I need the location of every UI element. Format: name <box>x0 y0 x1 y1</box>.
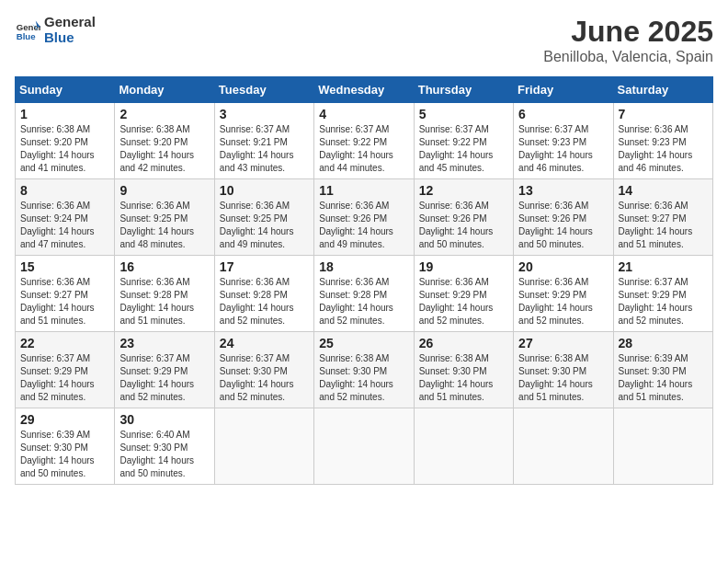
calendar-cell: 2Sunrise: 6:38 AMSunset: 9:20 PMDaylight… <box>115 103 214 179</box>
calendar-cell <box>613 408 712 485</box>
calendar-cell: 21Sunrise: 6:37 AMSunset: 9:29 PMDayligh… <box>613 256 712 332</box>
cell-sun-info: Sunrise: 6:36 AMSunset: 9:26 PMDaylight:… <box>518 200 608 251</box>
calendar-cell: 7Sunrise: 6:36 AMSunset: 9:23 PMDaylight… <box>613 103 712 179</box>
calendar-header-row: Sunday Monday Tuesday Wednesday Thursday… <box>16 77 713 103</box>
cell-sun-info: Sunrise: 6:38 AMSunset: 9:30 PMDaylight:… <box>319 352 408 404</box>
logo-general: General <box>44 15 96 30</box>
calendar-cell <box>214 408 313 485</box>
cell-sun-info: Sunrise: 6:39 AMSunset: 9:30 PMDaylight:… <box>20 429 109 480</box>
calendar-cell: 5Sunrise: 6:37 AMSunset: 9:22 PMDaylight… <box>414 103 513 179</box>
logo-icon: General Blue <box>15 17 40 43</box>
col-saturday: Saturday <box>613 77 712 103</box>
cell-day-number: 15 <box>20 259 109 274</box>
cell-day-number: 18 <box>319 259 408 274</box>
cell-sun-info: Sunrise: 6:36 AMSunset: 9:23 PMDaylight:… <box>619 123 708 175</box>
calendar-cell: 18Sunrise: 6:36 AMSunset: 9:28 PMDayligh… <box>314 256 414 332</box>
calendar-cell: 19Sunrise: 6:36 AMSunset: 9:29 PMDayligh… <box>414 256 513 332</box>
logo-blue: Blue <box>44 30 96 46</box>
calendar-cell: 14Sunrise: 6:36 AMSunset: 9:27 PMDayligh… <box>613 179 712 256</box>
calendar-cell <box>414 408 513 485</box>
cell-sun-info: Sunrise: 6:36 AMSunset: 9:26 PMDaylight:… <box>319 200 408 251</box>
cell-sun-info: Sunrise: 6:36 AMSunset: 9:28 PMDaylight:… <box>119 276 209 327</box>
calendar-cell: 26Sunrise: 6:38 AMSunset: 9:30 PMDayligh… <box>414 332 513 408</box>
calendar-cell: 25Sunrise: 6:38 AMSunset: 9:30 PMDayligh… <box>314 332 414 408</box>
calendar-cell: 13Sunrise: 6:36 AMSunset: 9:26 PMDayligh… <box>514 179 613 256</box>
calendar-week-row: 8Sunrise: 6:36 AMSunset: 9:24 PMDaylight… <box>16 179 713 256</box>
logo: General Blue General Blue <box>15 15 96 45</box>
cell-day-number: 2 <box>119 107 209 121</box>
col-sunday: Sunday <box>16 77 115 103</box>
calendar-cell <box>314 408 414 485</box>
cell-sun-info: Sunrise: 6:37 AMSunset: 9:22 PMDaylight:… <box>419 123 508 175</box>
cell-sun-info: Sunrise: 6:36 AMSunset: 9:25 PMDaylight:… <box>119 200 209 251</box>
cell-sun-info: Sunrise: 6:37 AMSunset: 9:29 PMDaylight:… <box>20 352 109 404</box>
page-title: June 2025 <box>543 15 713 49</box>
cell-sun-info: Sunrise: 6:36 AMSunset: 9:28 PMDaylight:… <box>220 276 309 327</box>
calendar-cell: 6Sunrise: 6:37 AMSunset: 9:23 PMDaylight… <box>514 103 613 179</box>
calendar-cell: 16Sunrise: 6:36 AMSunset: 9:28 PMDayligh… <box>115 256 214 332</box>
cell-sun-info: Sunrise: 6:36 AMSunset: 9:27 PMDaylight:… <box>619 200 708 251</box>
title-area: June 2025 Benilloba, Valencia, Spain <box>543 15 713 65</box>
calendar-week-row: 15Sunrise: 6:36 AMSunset: 9:27 PMDayligh… <box>16 256 713 332</box>
col-tuesday: Tuesday <box>214 77 313 103</box>
cell-day-number: 13 <box>518 183 608 198</box>
cell-day-number: 17 <box>220 259 309 274</box>
col-monday: Monday <box>115 77 214 103</box>
cell-sun-info: Sunrise: 6:37 AMSunset: 9:29 PMDaylight:… <box>619 276 708 327</box>
cell-day-number: 4 <box>319 107 408 121</box>
cell-sun-info: Sunrise: 6:38 AMSunset: 9:30 PMDaylight:… <box>419 352 508 404</box>
calendar-cell: 8Sunrise: 6:36 AMSunset: 9:24 PMDaylight… <box>16 179 115 256</box>
cell-sun-info: Sunrise: 6:38 AMSunset: 9:20 PMDaylight:… <box>119 123 209 175</box>
calendar-cell: 22Sunrise: 6:37 AMSunset: 9:29 PMDayligh… <box>16 332 115 408</box>
col-thursday: Thursday <box>414 77 513 103</box>
col-wednesday: Wednesday <box>314 77 414 103</box>
calendar-cell: 29Sunrise: 6:39 AMSunset: 9:30 PMDayligh… <box>16 408 115 485</box>
cell-day-number: 30 <box>119 412 209 427</box>
cell-day-number: 5 <box>419 107 508 121</box>
cell-sun-info: Sunrise: 6:37 AMSunset: 9:21 PMDaylight:… <box>220 123 309 175</box>
page-subtitle: Benilloba, Valencia, Spain <box>543 49 713 65</box>
cell-day-number: 1 <box>20 107 109 121</box>
calendar-cell <box>514 408 613 485</box>
cell-sun-info: Sunrise: 6:37 AMSunset: 9:22 PMDaylight:… <box>319 123 408 175</box>
calendar-cell: 11Sunrise: 6:36 AMSunset: 9:26 PMDayligh… <box>314 179 414 256</box>
cell-sun-info: Sunrise: 6:36 AMSunset: 9:29 PMDaylight:… <box>518 276 608 327</box>
cell-sun-info: Sunrise: 6:38 AMSunset: 9:30 PMDaylight:… <box>518 352 608 404</box>
cell-sun-info: Sunrise: 6:37 AMSunset: 9:30 PMDaylight:… <box>220 352 309 404</box>
cell-sun-info: Sunrise: 6:37 AMSunset: 9:23 PMDaylight:… <box>518 123 608 175</box>
calendar-cell: 20Sunrise: 6:36 AMSunset: 9:29 PMDayligh… <box>514 256 613 332</box>
cell-day-number: 29 <box>20 412 109 427</box>
calendar-cell: 3Sunrise: 6:37 AMSunset: 9:21 PMDaylight… <box>214 103 313 179</box>
cell-day-number: 8 <box>20 183 109 198</box>
calendar-cell: 4Sunrise: 6:37 AMSunset: 9:22 PMDaylight… <box>314 103 414 179</box>
calendar-table: Sunday Monday Tuesday Wednesday Thursday… <box>15 76 713 485</box>
cell-day-number: 11 <box>319 183 408 198</box>
col-friday: Friday <box>514 77 613 103</box>
cell-day-number: 25 <box>319 336 408 350</box>
calendar-cell: 9Sunrise: 6:36 AMSunset: 9:25 PMDaylight… <box>115 179 214 256</box>
cell-day-number: 12 <box>419 183 508 198</box>
cell-sun-info: Sunrise: 6:40 AMSunset: 9:30 PMDaylight:… <box>119 429 209 480</box>
cell-day-number: 19 <box>419 259 508 274</box>
cell-sun-info: Sunrise: 6:36 AMSunset: 9:24 PMDaylight:… <box>20 200 109 251</box>
cell-day-number: 9 <box>119 183 209 198</box>
calendar-week-row: 1Sunrise: 6:38 AMSunset: 9:20 PMDaylight… <box>16 103 713 179</box>
page-header: General Blue General Blue June 2025 Beni… <box>15 15 713 65</box>
calendar-cell: 10Sunrise: 6:36 AMSunset: 9:25 PMDayligh… <box>214 179 313 256</box>
calendar-cell: 30Sunrise: 6:40 AMSunset: 9:30 PMDayligh… <box>115 408 214 485</box>
cell-sun-info: Sunrise: 6:39 AMSunset: 9:30 PMDaylight:… <box>619 352 708 404</box>
calendar-cell: 24Sunrise: 6:37 AMSunset: 9:30 PMDayligh… <box>214 332 313 408</box>
cell-day-number: 3 <box>220 107 309 121</box>
cell-day-number: 7 <box>619 107 708 121</box>
cell-sun-info: Sunrise: 6:36 AMSunset: 9:25 PMDaylight:… <box>220 200 309 251</box>
cell-day-number: 23 <box>119 336 209 350</box>
cell-sun-info: Sunrise: 6:38 AMSunset: 9:20 PMDaylight:… <box>20 123 109 175</box>
cell-sun-info: Sunrise: 6:36 AMSunset: 9:28 PMDaylight:… <box>319 276 408 327</box>
cell-day-number: 10 <box>220 183 309 198</box>
calendar-cell: 27Sunrise: 6:38 AMSunset: 9:30 PMDayligh… <box>514 332 613 408</box>
cell-sun-info: Sunrise: 6:36 AMSunset: 9:29 PMDaylight:… <box>419 276 508 327</box>
cell-day-number: 28 <box>619 336 708 350</box>
calendar-cell: 28Sunrise: 6:39 AMSunset: 9:30 PMDayligh… <box>613 332 712 408</box>
cell-day-number: 22 <box>20 336 109 350</box>
cell-day-number: 21 <box>619 259 708 274</box>
